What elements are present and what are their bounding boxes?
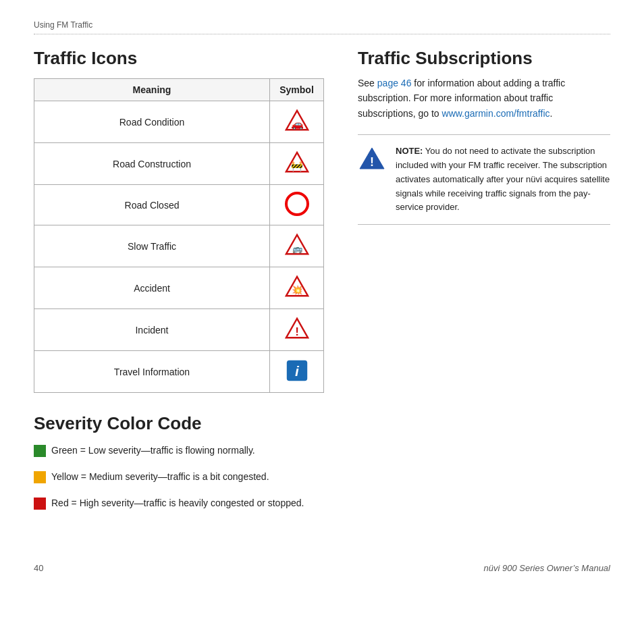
slow-traffic-icon: 🚌 — [284, 232, 310, 258]
table-row: Travel Information i — [34, 351, 324, 393]
table-row: Incident ! — [34, 309, 324, 351]
main-content: Traffic Icons Meaning Symbol Road Condit… — [34, 48, 610, 522]
row-symbol: 💥 — [270, 267, 324, 309]
row-symbol — [270, 185, 324, 225]
svg-text:!: ! — [370, 155, 374, 169]
severity-green: Green = Low severity—traffic is flowing … — [34, 444, 324, 458]
travel-information-icon: i — [284, 358, 310, 383]
accident-icon: 💥 — [284, 274, 310, 300]
manual-title: nüvi 900 Series Owner’s Manual — [484, 563, 610, 573]
svg-text:💥: 💥 — [291, 284, 302, 296]
row-meaning: Road Closed — [34, 185, 270, 225]
row-symbol: 🚗 — [270, 101, 324, 143]
svg-text:!: ! — [295, 325, 299, 338]
table-row: Road Closed — [34, 185, 324, 225]
table-row: Accident 💥 — [34, 267, 324, 309]
row-symbol: 🚌 — [270, 225, 324, 267]
breadcrumb-text: Using FM Traffic — [34, 20, 92, 30]
page-footer: 40 nüvi 900 Series Owner’s Manual — [34, 563, 610, 573]
row-meaning: Road Condition — [34, 101, 270, 143]
table-row: Road Construction 🚧 — [34, 143, 324, 185]
road-construction-icon: 🚧 — [284, 150, 310, 176]
row-symbol: 🚧 — [270, 143, 324, 185]
note-body: You do not need to activate the subscrip… — [396, 146, 610, 212]
note-text: NOTE: You do not need to activate the su… — [396, 144, 610, 215]
severity-red: Red = High severity—traffic is heavily c… — [34, 496, 324, 510]
road-condition-icon: 🚗 — [284, 108, 310, 134]
svg-text:🚗: 🚗 — [290, 117, 303, 130]
sub-text-end: . — [550, 108, 553, 119]
severity-yellow: Yellow = Medium severity—traffic is a bi… — [34, 470, 324, 484]
sub-text-before: See — [358, 78, 377, 88]
svg-text:🚌: 🚌 — [292, 244, 302, 254]
severity-yellow-text: Yellow = Medium severity—traffic is a bi… — [51, 470, 269, 484]
row-meaning: Accident — [34, 267, 270, 309]
left-column: Traffic Icons Meaning Symbol Road Condit… — [34, 48, 324, 522]
row-meaning: Incident — [34, 309, 270, 351]
page-number: 40 — [34, 563, 43, 573]
road-closed-icon — [285, 192, 309, 216]
table-header-symbol: Symbol — [270, 79, 324, 101]
row-meaning: Travel Information — [34, 351, 270, 393]
table-row: Road Condition 🚗 — [34, 101, 324, 143]
note-warning-icon: ! — [358, 144, 386, 173]
row-meaning: Road Construction — [34, 143, 270, 185]
note-box: ! NOTE: You do not need to activate the … — [358, 134, 610, 225]
red-swatch — [34, 498, 46, 510]
table-header-meaning: Meaning — [34, 79, 270, 101]
row-symbol: ! — [270, 309, 324, 351]
right-column: Traffic Subscriptions See page 46 for in… — [358, 48, 610, 225]
page-46-link[interactable]: page 46 — [377, 78, 412, 88]
table-row: Slow Traffic 🚌 — [34, 225, 324, 267]
traffic-icons-title: Traffic Icons — [34, 48, 324, 69]
garmin-link[interactable]: www.garmin.com/fmtraffic — [442, 108, 550, 119]
traffic-icons-table: Meaning Symbol Road Condition 🚗 — [34, 78, 324, 393]
severity-red-text: Red = High severity—traffic is heavily c… — [51, 496, 304, 510]
subscriptions-title: Traffic Subscriptions — [358, 48, 610, 69]
green-swatch — [34, 445, 46, 457]
severity-green-text: Green = Low severity—traffic is flowing … — [51, 444, 255, 458]
row-symbol: i — [270, 351, 324, 393]
subscriptions-text: See page 46 for information about adding… — [358, 76, 610, 121]
incident-icon: ! — [284, 316, 310, 342]
note-icon-container: ! — [358, 144, 386, 178]
severity-section: Severity Color Code Green = Low severity… — [34, 413, 324, 510]
breadcrumb: Using FM Traffic — [34, 20, 610, 34]
severity-title: Severity Color Code — [34, 413, 324, 434]
note-label: NOTE: — [396, 146, 423, 156]
svg-text:🚧: 🚧 — [291, 160, 303, 172]
yellow-swatch — [34, 471, 46, 483]
row-meaning: Slow Traffic — [34, 225, 270, 267]
